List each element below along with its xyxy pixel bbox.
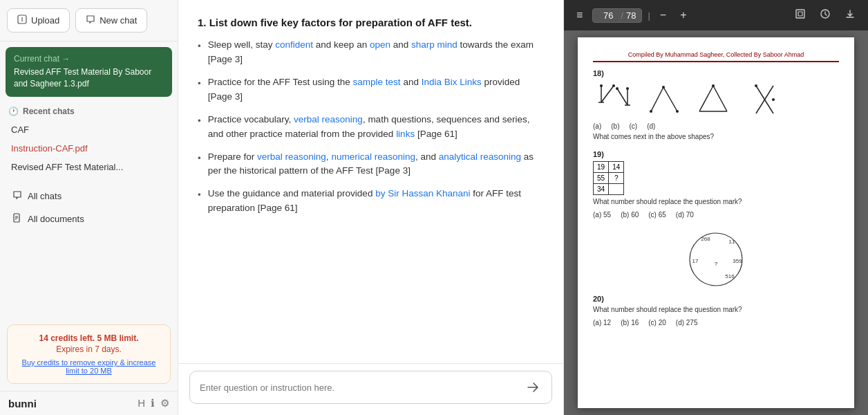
svg-line-23 (663, 87, 677, 111)
question-title: 1. List down five key factors for prepar… (198, 17, 544, 28)
recent-item-revised[interactable]: Revised AFF Test Material... (8, 158, 169, 176)
page-number-input[interactable] (598, 10, 618, 21)
download-icon (845, 8, 856, 22)
upload-button[interactable]: Upload (7, 8, 70, 33)
sidebar-top-buttons: Upload New chat (0, 0, 178, 42)
footer-icon-settings[interactable]: ⚙ (160, 397, 169, 409)
new-chat-label: New chat (100, 15, 137, 26)
zoom-in-button[interactable]: + (676, 6, 690, 24)
chat-area: 1. List down five key factors for prepar… (178, 0, 563, 363)
svg-line-18 (617, 89, 628, 105)
svg-rect-7 (798, 12, 802, 16)
credits-box: 14 credits left. 5 MB limit. Expires in … (7, 324, 171, 384)
current-chat-section: Current chat → Revised AFF Test Material… (0, 42, 178, 100)
download-button[interactable] (840, 6, 860, 25)
brand-logo: bunni (8, 398, 37, 409)
footer-icons: H ℹ ⚙ (138, 397, 169, 409)
page-indicator: / 78 (592, 8, 642, 23)
svg-line-13 (601, 86, 614, 102)
pdf-q18-options: (a) (b) (c) (d) (593, 122, 839, 130)
pdf-q20-opt-b: (b) 16 (621, 319, 639, 326)
answer-item-3: • Practice vocabulary, verbal reasoning,… (198, 113, 544, 142)
pdf-q19-grid: 19 14 55 ? 34 (593, 161, 624, 195)
svg-point-24 (676, 110, 679, 113)
bullet-4: • (198, 151, 201, 179)
pdf-page: Compiled By Muhammad Sagheer, Collected … (578, 37, 854, 408)
chat-input-area (178, 363, 563, 415)
fit-icon (795, 8, 806, 22)
zoom-out-icon: − (660, 9, 666, 21)
all-documents-link[interactable]: All documents (6, 208, 172, 230)
main-content: 1. List down five key factors for prepar… (178, 0, 564, 415)
pdf-content: Compiled By Muhammad Sagheer, Collected … (564, 30, 868, 415)
answer-item-1: • Sleep well, stay confident and keep an… (198, 38, 544, 67)
grid-cell-q: ? (609, 173, 624, 184)
clock-icon: 🕐 (8, 107, 19, 116)
pdf-compiled-header: Compiled By Muhammad Sagheer, Collected … (593, 51, 839, 62)
recent-item-instruction[interactable]: Instruction-CAF.pdf (8, 139, 169, 158)
new-chat-button[interactable]: New chat (75, 8, 147, 33)
fit-page-button[interactable] (791, 6, 810, 25)
recent-section: 🕐 Recent chats CAF Instruction-CAF.pdf R… (0, 100, 178, 179)
recent-chats-header: 🕐 Recent chats (8, 107, 169, 116)
grid-cell-empty (609, 184, 624, 195)
svg-rect-6 (796, 10, 804, 18)
bullet-5: • (198, 188, 201, 216)
pdf-q19-opt-d: (d) 70 (676, 211, 694, 219)
credits-expiry: Expires in 7 days. (17, 344, 160, 354)
input-wrapper (189, 371, 552, 404)
svg-point-30 (772, 98, 775, 101)
all-chats-link[interactable]: All chats (6, 185, 172, 208)
credits-link[interactable]: Buy credits to remove expiry & increase … (17, 358, 160, 375)
pdf-circle-container: 268 11 359 17 ? 516 (593, 228, 839, 290)
footer-icon-h[interactable]: H (138, 397, 145, 409)
nav-links: All chats All documents (0, 179, 178, 236)
history-icon (820, 8, 831, 22)
pdf-circle-svg: 268 11 359 17 ? 516 (685, 228, 747, 290)
current-chat-title: Revised AFF Test Material By Saboor and … (14, 66, 164, 90)
bullet-2: • (198, 77, 201, 104)
history-button[interactable] (815, 6, 835, 25)
svg-text:?: ? (715, 261, 718, 267)
answer-text-5: Use the guidance and material provided b… (208, 187, 544, 216)
answer-text-3: Practice vocabulary, verbal reasoning, m… (208, 113, 544, 142)
current-chat-item[interactable]: Current chat → Revised AFF Test Material… (6, 47, 172, 97)
pdf-q18-num: 18) (593, 69, 839, 77)
all-chats-label: All chats (28, 191, 62, 201)
page-divider: / (621, 10, 623, 21)
question-block: 1. List down five key factors for prepar… (198, 17, 544, 216)
shape-seq-3 (692, 80, 734, 118)
svg-text:11: 11 (729, 239, 735, 245)
pdf-q20-text: What number should replace the question … (593, 306, 839, 313)
chat-input[interactable] (200, 382, 517, 393)
answer-item-4: • Prepare for verbal reasoning, numerica… (198, 150, 544, 179)
grid-cell-19: 19 (594, 162, 609, 173)
answer-text-4: Prepare for verbal reasoning, numerical … (208, 150, 544, 179)
all-docs-icon (12, 213, 22, 225)
pdf-toolbar: ≡ / 78 | − + (564, 0, 868, 30)
answer-list: • Sleep well, stay confident and keep an… (198, 38, 544, 216)
send-button[interactable] (524, 378, 542, 396)
pdf-q20-num: 20) (593, 295, 839, 303)
sidebar-footer: bunni H ℹ ⚙ (0, 391, 178, 415)
svg-text:17: 17 (692, 258, 699, 264)
shape-seq-1 (593, 80, 634, 118)
pdf-q20: 268 11 359 17 ? 516 20) What number shou… (593, 228, 839, 326)
answer-text-1: Sleep well, stay confident and keep an o… (208, 38, 544, 67)
zoom-out-button[interactable]: − (656, 6, 670, 24)
pdf-q18-opt-b: (b) (611, 122, 619, 130)
pdf-q20-opt-a: (a) 12 (593, 319, 611, 326)
recent-item-caf[interactable]: CAF (8, 120, 169, 139)
answer-item-5: • Use the guidance and material provided… (198, 187, 544, 216)
shape-seq-2 (643, 80, 684, 118)
pdf-q18-text: What comes next in the above shapes? (593, 133, 839, 140)
pdf-shapes-row (593, 80, 839, 118)
svg-text:516: 516 (725, 273, 735, 279)
pdf-q18-opt-a: (a) (593, 122, 601, 130)
pdf-q19-text: What number should replace the question … (593, 198, 839, 205)
upload-label: Upload (31, 15, 59, 26)
pdf-menu-button[interactable]: ≡ (572, 6, 587, 24)
footer-icon-info[interactable]: ℹ (151, 397, 155, 409)
pdf-q19-opt-a: (a) 55 (593, 211, 611, 219)
all-chats-icon (12, 190, 22, 202)
